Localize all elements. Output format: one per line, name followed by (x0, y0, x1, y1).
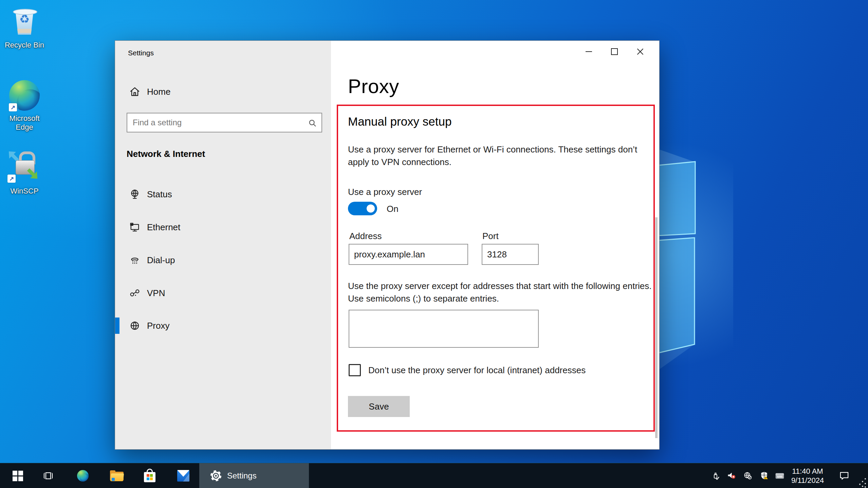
vpn-icon (129, 287, 141, 299)
desktop-icon-recycle-bin[interactable]: ♻ Recycle Bin (2, 6, 47, 50)
close-button[interactable] (627, 44, 653, 59)
task-view-icon (42, 470, 54, 482)
vmware-tools-icon[interactable]: vm (774, 463, 785, 488)
taskbar: Settings (0, 463, 868, 488)
desktop-icon-microsoft-edge[interactable]: ↗ Microsoft Edge (2, 80, 47, 132)
taskbar-edge-button[interactable] (76, 463, 90, 488)
ethernet-icon (129, 221, 141, 233)
page-title: Proxy (348, 75, 399, 97)
toggle-state-label: On (387, 204, 399, 214)
search-icon[interactable] (307, 118, 317, 128)
maximize-button[interactable] (602, 44, 627, 59)
shortcut-arrow-icon: ↗ (7, 175, 16, 183)
local-addresses-checkbox-row[interactable]: Don’t use the proxy server for local (in… (349, 364, 586, 376)
mail-icon (177, 470, 189, 482)
home-icon (129, 86, 141, 98)
address-input[interactable] (349, 244, 468, 265)
use-proxy-server-label: Use a proxy server (348, 187, 422, 197)
recycle-bin-icon: ♻ (9, 6, 40, 39)
section-title: Manual proxy setup (348, 115, 451, 128)
taskbar-active-app-settings[interactable]: Settings (199, 463, 309, 488)
desktop-wallpaper: ♻ Recycle Bin ↗ Microsoft Edge ↗ WinSCP … (0, 0, 868, 488)
shortcut-arrow-icon: ↗ (9, 103, 17, 111)
desktop-icon-label: Recycle Bin (2, 41, 47, 50)
maximize-icon (611, 48, 618, 55)
toggle-knob (367, 204, 375, 213)
sidebar-item-vpn[interactable]: VPN (115, 282, 331, 304)
close-icon (636, 48, 644, 55)
winscp-icon: ↗ (7, 149, 42, 185)
sidebar-item-label: Ethernet (147, 222, 180, 233)
sidebar-item-label: Dial-up (147, 255, 175, 266)
sidebar-item-status[interactable]: Status (115, 183, 331, 205)
save-button[interactable]: Save (348, 396, 410, 417)
proxy-description: Use a proxy server for Ethernet or Wi-Fi… (348, 143, 650, 168)
status-globe-icon (129, 188, 141, 200)
file-explorer-icon (110, 470, 124, 481)
sidebar-item-label: VPN (147, 288, 165, 299)
address-label: Address (349, 231, 382, 241)
task-view-button[interactable] (41, 463, 55, 488)
usb-safely-remove-icon[interactable] (711, 463, 721, 488)
selected-item-accent-bar (115, 318, 119, 334)
settings-content-pane: Proxy Manual proxy setup Use a proxy ser… (331, 41, 659, 449)
sidebar-section-heading: Network & Internet (127, 149, 205, 159)
defender-warning-icon[interactable] (759, 463, 769, 488)
port-input[interactable] (482, 244, 539, 265)
checkbox-icon[interactable] (349, 364, 361, 376)
sidebar-item-label: Status (147, 189, 172, 200)
minimize-icon (586, 51, 592, 52)
svg-text:vm: vm (777, 474, 782, 478)
mail-button[interactable] (176, 463, 190, 488)
start-icon (13, 471, 23, 481)
edge-icon (77, 470, 89, 482)
exceptions-description: Use the proxy server except for addresse… (348, 280, 658, 305)
minimize-button[interactable] (576, 44, 602, 59)
desktop-icon-winscp[interactable]: ↗ WinSCP (2, 149, 47, 196)
use-proxy-toggle[interactable] (348, 202, 377, 215)
settings-sidebar: Settings Home Network & Internet (115, 41, 331, 449)
taskbar-clock[interactable]: 11:40 AM 9/11/2024 (787, 463, 828, 488)
sidebar-item-dialup[interactable]: Dial-up (115, 249, 331, 271)
scrollbar-thumb[interactable] (655, 217, 658, 438)
desktop-icon-label: Microsoft Edge (2, 114, 47, 132)
network-no-internet-icon[interactable] (743, 463, 753, 488)
desktop-icon-label: WinSCP (2, 187, 47, 196)
window-caption-buttons (576, 44, 653, 59)
exceptions-textarea[interactable] (349, 310, 539, 348)
edge-icon: ↗ (8, 80, 41, 112)
active-app-label: Settings (227, 471, 257, 481)
dialup-phone-icon (129, 254, 141, 266)
action-center-icon[interactable] (838, 463, 850, 488)
clock-date: 9/11/2024 (787, 476, 828, 485)
volume-muted-icon[interactable] (726, 463, 737, 488)
window-title: Settings (128, 49, 154, 57)
sidebar-item-home[interactable]: Home (115, 82, 331, 101)
show-desktop-grip[interactable] (858, 478, 867, 488)
settings-gear-icon (209, 469, 222, 482)
sidebar-item-proxy[interactable]: Proxy (115, 315, 331, 337)
store-button[interactable] (143, 463, 156, 488)
proxy-globe-icon (129, 320, 141, 332)
file-explorer-button[interactable] (109, 463, 124, 488)
start-button[interactable] (11, 463, 24, 488)
sidebar-item-label: Proxy (147, 321, 169, 331)
store-icon (144, 469, 155, 483)
clock-time: 11:40 AM (787, 467, 828, 476)
port-label: Port (482, 231, 499, 241)
settings-window: Settings Home Network & Internet (115, 40, 660, 450)
sidebar-item-ethernet[interactable]: Ethernet (115, 216, 331, 238)
search-input[interactable] (127, 113, 321, 132)
checkbox-label: Don’t use the proxy server for local (in… (368, 365, 586, 376)
sidebar-item-label: Home (147, 87, 170, 97)
search-box (127, 113, 322, 132)
